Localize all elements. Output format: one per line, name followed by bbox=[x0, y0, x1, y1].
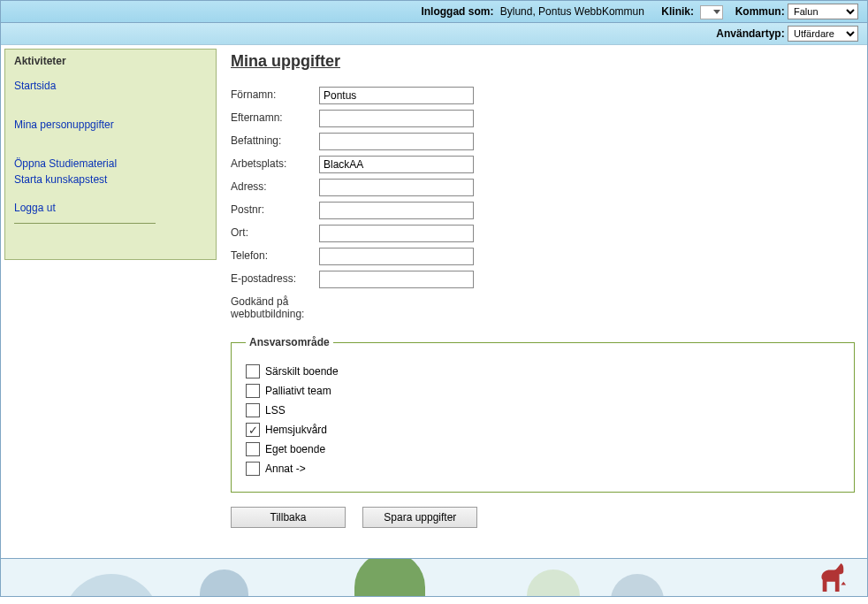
sidebar-link-study[interactable]: Öppna Studiematerial bbox=[14, 157, 207, 170]
checkbox-5[interactable] bbox=[246, 462, 260, 476]
checkbox-label: LSS bbox=[265, 404, 286, 417]
sidebar: Aktiviteter Startsida Mina personuppgift… bbox=[1, 45, 220, 558]
input-epost[interactable] bbox=[319, 271, 474, 288]
klinik-dropdown[interactable] bbox=[700, 5, 723, 19]
checkbox-4[interactable] bbox=[246, 442, 260, 456]
footer-shape bbox=[611, 574, 664, 596]
sidebar-box: Aktiviteter Startsida Mina personuppgift… bbox=[4, 49, 217, 260]
label-ort: Ort: bbox=[231, 225, 319, 239]
sidebar-link-personal[interactable]: Mina personuppgifter bbox=[14, 119, 207, 131]
footer-shape bbox=[527, 570, 580, 596]
footer bbox=[1, 558, 867, 596]
ansvarsomrade-legend: Ansvarsområde bbox=[246, 336, 333, 348]
footer-shape bbox=[354, 558, 425, 596]
footer-shape bbox=[200, 570, 248, 596]
checkbox-3[interactable] bbox=[246, 423, 260, 437]
label-postnr: Postnr: bbox=[231, 202, 319, 216]
kommun-select[interactable]: Falun bbox=[788, 4, 858, 19]
checkbox-label: Eget boende bbox=[265, 443, 325, 455]
checkbox-2[interactable] bbox=[246, 403, 260, 417]
usertype-select[interactable]: Utfärdare bbox=[788, 26, 858, 42]
input-efternamn[interactable] bbox=[319, 110, 474, 127]
ansvarsomrade-fieldset: Ansvarsområde Särskilt boendePalliativt … bbox=[231, 336, 855, 493]
label-adress: Adress: bbox=[231, 179, 319, 193]
label-epost: E-postadress: bbox=[231, 271, 319, 285]
usertype-label: Användartyp: bbox=[716, 27, 784, 40]
input-fornamn[interactable] bbox=[319, 87, 474, 104]
header-bar-2: Användartyp: Utfärdare bbox=[1, 23, 867, 45]
input-postnr[interactable] bbox=[319, 202, 474, 219]
input-befattning[interactable] bbox=[319, 133, 474, 150]
checkbox-label: Annat -> bbox=[265, 463, 306, 475]
input-telefon[interactable] bbox=[319, 248, 474, 265]
label-telefon: Telefon: bbox=[231, 248, 319, 262]
input-adress[interactable] bbox=[319, 179, 474, 196]
main-content: Mina uppgifter Förnamn: Efternamn: Befat… bbox=[220, 45, 867, 558]
label-efternamn: Efternamn: bbox=[231, 110, 319, 124]
kommun-label: Kommun: bbox=[735, 5, 785, 18]
dala-horse-icon bbox=[816, 563, 849, 593]
logged-in-value: Bylund, Pontus WebbKommun bbox=[500, 5, 644, 18]
checkbox-label: Särskilt boende bbox=[265, 365, 339, 378]
label-godkand: Godkänd på webbutbildning: bbox=[231, 294, 363, 320]
sidebar-title: Aktiviteter bbox=[14, 55, 207, 67]
input-ort[interactable] bbox=[319, 225, 474, 242]
header-bar-1: Inloggad som: Bylund, Pontus WebbKommun … bbox=[1, 1, 867, 23]
sidebar-link-start[interactable]: Startsida bbox=[14, 80, 207, 92]
klinik-label: Klinik: bbox=[661, 5, 694, 18]
sidebar-link-test[interactable]: Starta kunskapstest bbox=[14, 173, 207, 186]
sidebar-link-logout[interactable]: Logga ut bbox=[14, 202, 207, 214]
label-befattning: Befattning: bbox=[231, 133, 319, 147]
footer-shape bbox=[63, 574, 160, 596]
back-button[interactable]: Tillbaka bbox=[231, 507, 346, 528]
checkbox-1[interactable] bbox=[246, 384, 260, 398]
save-button[interactable]: Spara uppgifter bbox=[362, 507, 477, 528]
page-title: Mina uppgifter bbox=[231, 52, 855, 71]
logged-in-label: Inloggad som: bbox=[421, 5, 493, 18]
checkbox-label: Hemsjukvård bbox=[265, 424, 327, 436]
input-arbetsplats[interactable] bbox=[319, 156, 474, 173]
label-fornamn: Förnamn: bbox=[231, 87, 319, 101]
checkbox-label: Palliativt team bbox=[265, 385, 331, 397]
checkbox-0[interactable] bbox=[246, 364, 260, 378]
label-arbetsplats: Arbetsplats: bbox=[231, 156, 319, 170]
